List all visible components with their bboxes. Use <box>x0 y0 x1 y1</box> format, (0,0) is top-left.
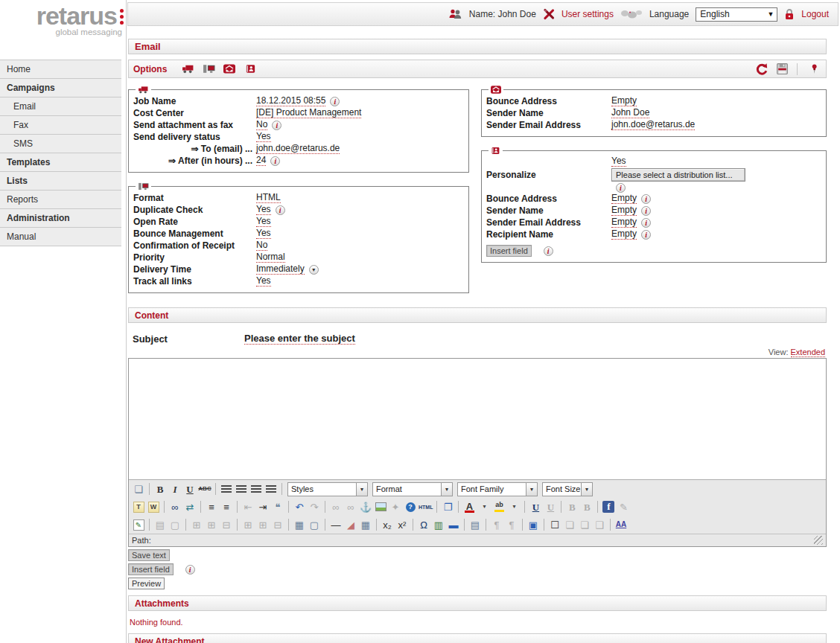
personalize-value[interactable]: Yes <box>611 156 626 167</box>
logout-link[interactable]: Logout <box>801 9 829 19</box>
facebook-icon[interactable]: f <box>601 499 616 514</box>
sidebar-item-email[interactable]: Email <box>0 97 121 116</box>
insert-col-before-icon[interactable]: ⊞ <box>241 517 255 532</box>
strikethrough-icon[interactable]: ABC <box>197 482 212 496</box>
remove-link-underline-icon[interactable]: U <box>543 499 558 514</box>
editor-body[interactable] <box>129 359 826 480</box>
paste-from-word-icon[interactable]: W <box>146 499 161 514</box>
field-value[interactable]: Yes <box>256 276 271 287</box>
help-icon[interactable]: ? <box>403 499 418 514</box>
field-value[interactable]: No <box>256 240 267 251</box>
ltr-icon[interactable]: ¶ <box>489 517 504 532</box>
social-edit-icon[interactable]: ✎ <box>616 499 631 514</box>
print-icon[interactable]: ▤ <box>468 517 483 532</box>
insert-link-icon[interactable]: ∞ <box>328 499 343 514</box>
sidebar-item-lists[interactable]: Lists <box>0 172 121 191</box>
info-icon[interactable] <box>330 97 340 106</box>
font-color-arrow-icon[interactable]: ▾ <box>477 499 491 514</box>
highlight-color-arrow-icon[interactable]: ▾ <box>506 499 521 514</box>
font-family-select[interactable]: Font Family▾ <box>457 482 538 496</box>
personalize-options-icon[interactable] <box>241 61 259 77</box>
info-icon[interactable] <box>616 183 626 193</box>
sidebar-item-campaigns[interactable]: Campaigns <box>0 79 121 97</box>
remove-format-icon[interactable]: ◢ <box>343 517 358 532</box>
view-extended-link[interactable]: Extended <box>791 348 825 357</box>
field-value[interactable]: Immediately <box>256 264 305 275</box>
tools-icon[interactable] <box>543 8 555 20</box>
insert-field-button[interactable]: Insert field <box>486 245 532 257</box>
preview-window-icon[interactable]: ❐ <box>440 499 455 514</box>
table-row-props-icon[interactable]: ▤ <box>153 517 168 532</box>
language-select[interactable]: English ▼ <box>696 7 777 22</box>
horizontal-rule-icon[interactable]: — <box>328 517 343 532</box>
insert-field-editor-button[interactable]: Insert field <box>128 563 174 575</box>
style-props-icon[interactable]: AA <box>614 517 629 532</box>
bold-icon[interactable]: B <box>153 482 168 496</box>
new-document-icon[interactable]: ❏ <box>131 482 146 496</box>
save-icon[interactable] <box>773 61 791 77</box>
info-icon[interactable] <box>641 194 651 204</box>
dropdown-circle-icon[interactable] <box>309 265 319 275</box>
cleanup-icon[interactable]: ✦ <box>388 499 403 514</box>
sidebar-item-manual[interactable]: Manual <box>0 228 121 246</box>
undo-icon[interactable] <box>752 61 770 77</box>
sidebar-item-administration[interactable]: Administration <box>0 209 121 228</box>
lock-icon[interactable] <box>784 8 795 20</box>
visual-aid-icon[interactable]: ▦ <box>358 517 373 532</box>
unordered-list-icon[interactable]: ≡ <box>204 499 219 514</box>
field-value[interactable]: Empty <box>611 96 637 106</box>
advanced-hr-icon[interactable]: ▬ <box>446 517 461 532</box>
delete-col-icon[interactable]: ⊟ <box>270 517 285 532</box>
field-value[interactable]: Yes <box>256 205 271 215</box>
info-icon[interactable] <box>544 246 553 256</box>
resize-grip[interactable] <box>814 536 823 545</box>
field-value[interactable]: john.doe@retarus.de <box>611 120 695 130</box>
field-value[interactable]: john.doe@retarus.de <box>256 144 340 154</box>
unlink-icon[interactable]: ∞ <box>343 499 358 514</box>
field-value[interactable]: Empty <box>611 217 637 228</box>
align-justify-icon[interactable] <box>264 482 279 496</box>
styles-select[interactable]: Styles▾ <box>287 482 368 496</box>
insert-row-before-icon[interactable]: ⊞ <box>189 517 204 532</box>
field-value[interactable]: Empty <box>611 193 637 204</box>
info-icon[interactable] <box>641 218 651 228</box>
subscript-icon[interactable]: x₂ <box>380 517 395 532</box>
split-cells-icon[interactable]: ▦ <box>292 517 307 532</box>
superscript-icon[interactable]: x² <box>395 517 410 532</box>
html-source-icon[interactable]: HTML <box>418 499 433 514</box>
info-icon[interactable] <box>276 205 285 215</box>
align-left-icon[interactable] <box>219 482 234 496</box>
redo-arrow-icon[interactable]: ↷ <box>307 499 322 514</box>
format-select[interactable]: Format▾ <box>372 482 453 496</box>
info-icon[interactable] <box>272 121 281 130</box>
insert-link-bold-icon[interactable]: B <box>564 499 579 514</box>
absolute-position-icon[interactable]: ☐ <box>547 517 562 532</box>
align-right-icon[interactable] <box>249 482 264 496</box>
delivery-options-icon[interactable] <box>179 61 197 77</box>
subject-value[interactable]: Please enter the subject <box>244 333 355 345</box>
sidebar-item-reports[interactable]: Reports <box>0 191 121 209</box>
field-value[interactable]: No <box>256 120 267 130</box>
insert-image-icon[interactable] <box>373 499 388 514</box>
format-options-icon[interactable] <box>200 61 217 77</box>
info-icon[interactable] <box>185 565 195 575</box>
field-value[interactable]: Yes <box>256 217 271 227</box>
italic-icon[interactable]: I <box>168 482 182 496</box>
ordered-list-icon[interactable]: ≡ <box>219 499 234 514</box>
field-value[interactable]: Normal <box>256 252 285 263</box>
fullscreen-icon[interactable]: ▣ <box>526 517 541 532</box>
table-cell-props-icon[interactable]: ▢ <box>168 517 182 532</box>
highlight-color-icon[interactable]: ab <box>491 499 506 514</box>
sidebar-item-fax[interactable]: Fax <box>0 116 121 135</box>
field-value[interactable]: Yes <box>256 132 271 142</box>
field-value[interactable]: Empty <box>611 229 637 240</box>
save-text-button[interactable]: Save text <box>128 549 170 561</box>
pin-icon[interactable] <box>804 61 821 77</box>
field-value[interactable]: 18.12.2015 08:55 <box>256 96 325 106</box>
field-value[interactable]: John Doe <box>611 108 649 118</box>
field-value[interactable]: HTML <box>256 193 281 203</box>
remove-link-bold-icon[interactable]: B <box>579 499 594 514</box>
find-icon[interactable]: ∞ <box>168 499 182 514</box>
merge-cells-icon[interactable]: ▢ <box>307 517 322 532</box>
font-size-select[interactable]: Font Size▾ <box>542 482 593 496</box>
